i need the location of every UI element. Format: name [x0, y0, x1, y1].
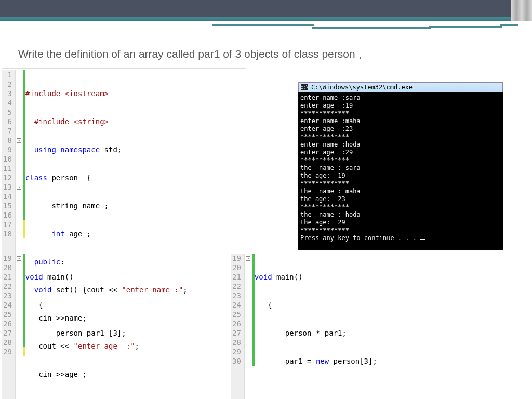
code-body-br: void main() { person * par1; par1 = new … [255, 254, 399, 399]
fold-bl: - [16, 254, 23, 399]
header-dark [0, 0, 532, 17]
fold-icon[interactable]: - [17, 256, 21, 261]
title-text: Write the definition of an array called … [18, 48, 355, 64]
fold-br: - [245, 254, 252, 399]
title-rule [2, 68, 246, 69]
console-icon: c:\ [301, 84, 308, 90]
header-accent [0, 17, 532, 21]
cursor-icon [420, 239, 425, 240]
gutter-br: 192021222324252627282930 [231, 254, 245, 399]
console-window: c:\ C:\Windows\system32\cmd.exe enter na… [298, 82, 503, 250]
code-body-bl: void main() { person par1 [3]; for ( int… [25, 254, 170, 399]
fold-icon[interactable]: - [17, 185, 21, 190]
code-bottom-left: 1920212223242526272829 - void main() { p… [2, 254, 170, 399]
fold-icon[interactable]: - [17, 73, 21, 77]
fold-icon[interactable]: - [17, 101, 21, 105]
page-title: Write the definition of an array called … [18, 48, 532, 64]
code-bottom-right: 192021222324252627282930 - void main() {… [231, 254, 399, 399]
fold-icon[interactable]: - [246, 256, 250, 261]
title-period: . [358, 46, 362, 62]
console-titlebar[interactable]: c:\ C:\Windows\system32\cmd.exe [298, 82, 503, 92]
console-output: enter name :sara enter age :19 *********… [298, 92, 503, 250]
fold-icon[interactable]: - [17, 138, 21, 143]
header-underline [0, 24, 532, 27]
gutter-bl: 1920212223242526272829 [2, 254, 16, 399]
console-title: C:\Windows\system32\cmd.exe [311, 84, 413, 91]
